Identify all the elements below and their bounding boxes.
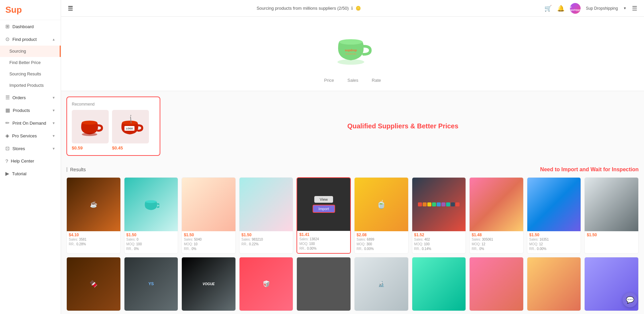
product-card-img[interactable]: [182, 178, 235, 231]
rec-product-img-1[interactable]: [72, 110, 109, 143]
product-card-img[interactable]: 🍵: [355, 178, 408, 231]
info-icon[interactable]: ℹ: [351, 6, 353, 11]
product-card-img[interactable]: View Import: [297, 178, 350, 231]
orders-icon: ☰: [5, 95, 10, 101]
card-meta: MOQ: 300: [357, 242, 406, 247]
product-card-img[interactable]: [412, 257, 466, 311]
card-meta: Sales: 402: [414, 237, 464, 242]
product-grid-2: 🍫 YS VOGUE 🥡 🔬: [66, 257, 639, 311]
card-info: $1.50: [585, 231, 638, 239]
tab-sales[interactable]: Sales: [347, 78, 359, 84]
sidebar-section-products[interactable]: ▦ Products ▼: [0, 104, 61, 117]
product-card-img[interactable]: [470, 257, 523, 311]
sidebar-item-label: Help Center: [11, 159, 34, 164]
sidebar-item-label: Dashboard: [12, 24, 34, 29]
tab-rate[interactable]: Rate: [372, 78, 381, 84]
sidebar-sub-label: Imported Products: [9, 83, 44, 88]
table-row: $1.52 Sales: 402 MOQ: 100 RR.. 0.14%: [412, 177, 466, 254]
print-icon: ✏: [5, 120, 10, 126]
sidebar-item-sourcing[interactable]: Sourcing: [0, 46, 61, 57]
card-meta: RR.. 0.00%: [357, 247, 406, 251]
product-card-img[interactable]: [239, 178, 293, 231]
rec-product-img-2[interactable]: LOGO: [112, 110, 149, 143]
card-meta: Sales: 3581: [69, 237, 118, 242]
sidebar-sub-label: Find Better Price: [9, 60, 41, 65]
svg-text:SOURCING: SOURCING: [345, 53, 357, 55]
qualified-text: Qualified Suppliers & Better Prices: [167, 97, 639, 156]
sidebar-section-stores[interactable]: ⊡ Stores ▼: [0, 142, 61, 155]
sidebar-item-dashboard[interactable]: ⊞ Dashboard: [0, 20, 61, 33]
rec-product-1: $0.59: [72, 110, 109, 150]
product-card-img[interactable]: [527, 257, 581, 311]
card-info: $1.50 Sales: 5040 MOQ: 10 RR.. 0%: [182, 231, 235, 253]
product-card-img[interactable]: [585, 178, 638, 231]
teal-mug-mini: [143, 196, 159, 213]
product-hero: supdrop SOURCING Price Sales Rate: [61, 17, 644, 91]
product-card-img[interactable]: 🥡: [239, 257, 293, 311]
card-price: $1.50: [241, 233, 291, 237]
sidebar-section-label: Products: [13, 108, 30, 113]
card-meta: RR.. 0%: [184, 247, 233, 251]
recommend-label: Recommend: [72, 102, 155, 107]
card-meta: MOQ: 12: [472, 242, 521, 247]
card-price: $1.52: [414, 233, 464, 237]
import-button[interactable]: Import: [313, 205, 335, 213]
card-info: $1.50 Sales: 0 MOQ: 100 RR.. 0%: [124, 231, 178, 253]
sidebar-section-label: Print On Demand: [12, 121, 46, 126]
user-chevron-icon[interactable]: ▼: [623, 6, 627, 10]
svg-marker-10: [130, 115, 131, 116]
results-section: Results Need to Import and Wait for Insp…: [61, 161, 644, 314]
table-row: 🍫: [66, 257, 121, 311]
card-price: $1.48: [472, 233, 521, 237]
product-card-img[interactable]: YS: [124, 257, 178, 311]
sidebar-item-imported-products[interactable]: Imported Products: [0, 80, 61, 91]
topbar-menu-icon[interactable]: ☰: [632, 5, 637, 12]
user-label: Sup Dropshipping: [586, 6, 618, 11]
results-bar: [66, 167, 67, 172]
sidebar-item-find-better-price[interactable]: Find Better Price: [0, 57, 61, 68]
card-info: $1.41 Sales: 13824 MOQ: 100 RR.. 0.00%: [297, 231, 350, 253]
product-card-img[interactable]: [527, 178, 581, 231]
card-info: $4.10 Sales: 3581 RR.. 0.28%: [67, 231, 120, 249]
card-meta: RR.. 0.14%: [414, 247, 464, 251]
card-info: $1.48 Sales: 305061 MOQ: 12 RR.. 0%: [470, 231, 523, 253]
product-card-img[interactable]: [470, 178, 523, 231]
sidebar-item-sourcing-results[interactable]: Sourcing Results: [0, 68, 61, 80]
sidebar-item-help-center[interactable]: ? Help Center: [0, 155, 61, 167]
product-card-img[interactable]: [124, 178, 178, 231]
topbar-right: 🛒 🔔 Sup Dropshipping Sup Dropshipping ▼ …: [544, 3, 637, 14]
table-row: ☕ $4.10 Sales: 3581 RR.. 0.28%: [66, 177, 121, 254]
dashboard-icon: ⊞: [5, 23, 10, 29]
avatar: Sup Dropshipping: [570, 3, 581, 14]
chevron-up-icon: ▲: [52, 38, 55, 41]
product-card-img[interactable]: 🔬: [355, 257, 408, 311]
product-card-img[interactable]: [297, 257, 351, 311]
card-meta: Sales: 5040: [184, 237, 233, 242]
product-card-img[interactable]: [412, 178, 466, 231]
card-meta: Sales: 305061: [472, 237, 521, 242]
sidebar: Sup ⊞ Dashboard ⊙ Find product ▲ Sourcin…: [0, 0, 61, 314]
cart-icon[interactable]: 🛒: [544, 5, 552, 12]
product-card-img[interactable]: 🍫: [67, 257, 120, 311]
product-card-img[interactable]: VOGUE: [182, 257, 235, 311]
sidebar-item-tutorial[interactable]: ▶ Tutorial: [0, 167, 61, 180]
tab-price[interactable]: Price: [324, 78, 334, 84]
sidebar-section-pro-services[interactable]: ◈ Pro Services ▼: [0, 129, 61, 142]
product-card-img[interactable]: ☕: [67, 178, 120, 231]
sidebar-item-label: Tutorial: [12, 171, 26, 176]
card-meta: MOQ: 100: [299, 242, 348, 246]
sidebar-section-print-on-demand[interactable]: ✏ Print On Demand ▼: [0, 117, 61, 129]
need-import-text: Need to Import and Wait for Inspection: [540, 167, 639, 173]
svg-point-6: [122, 121, 138, 125]
chat-button[interactable]: 💬: [623, 293, 637, 307]
table-row: $1.48 Sales: 305061 MOQ: 12 RR.. 0%: [469, 177, 524, 254]
table-row: YS: [124, 257, 178, 311]
rec-price-2: $0.45: [112, 145, 149, 150]
menu-icon[interactable]: ☰: [68, 5, 73, 12]
sidebar-section-find-product[interactable]: ⊙ Find product ▲: [0, 33, 61, 46]
bell-icon[interactable]: 🔔: [557, 5, 565, 12]
view-button[interactable]: View: [314, 196, 333, 203]
rec-product-2: LOGO $0.45: [112, 110, 149, 150]
sidebar-section-orders[interactable]: ☰ Orders ▼: [0, 91, 61, 104]
card-info: $2.08 Sales: 6899 MOQ: 300 RR.. 0.00%: [355, 231, 408, 253]
